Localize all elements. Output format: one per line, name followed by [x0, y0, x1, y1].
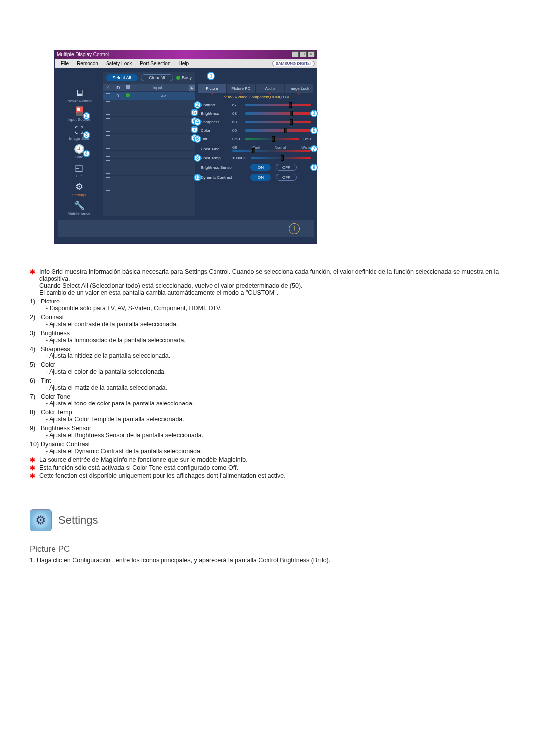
item-desc: - Ajusta el contraste de la pantalla sel… [41, 321, 505, 328]
item-desc: - Ajusta la luminosidad de la pantalla s… [41, 337, 505, 344]
slider-thumb[interactable] [290, 119, 293, 125]
checkbox[interactable] [106, 127, 110, 132]
color-slider[interactable] [245, 129, 311, 132]
brightness-slider[interactable] [245, 112, 311, 115]
sidebar-label: Image Size [59, 136, 99, 141]
callout-badge: 7 [310, 145, 318, 152]
grid-row[interactable] [103, 175, 195, 184]
tint-slider[interactable] [245, 138, 299, 140]
slider-thumb[interactable] [290, 111, 293, 116]
sidebar-item-image-size[interactable]: ⛶ Image Size 3 [59, 123, 99, 141]
grid-row[interactable]: 0AV [103, 91, 195, 100]
sidebar-item-power-control[interactable]: 🖥 Power Control [59, 86, 99, 103]
menu-file[interactable]: File [57, 61, 73, 66]
checkbox[interactable] [106, 93, 110, 98]
tab-audio[interactable]: Audio [256, 84, 285, 93]
color-tone-slider[interactable] [232, 150, 311, 152]
clear-all-button[interactable]: Clear All [141, 74, 173, 81]
scroll-up-icon[interactable]: ▲ [189, 85, 195, 91]
callout-badge: 1 [207, 72, 215, 80]
slider-thumb[interactable] [281, 155, 284, 161]
grid-row[interactable] [103, 150, 195, 158]
sidebar-item-pip[interactable]: ◰ PIP [59, 161, 99, 179]
checkbox[interactable] [106, 101, 110, 106]
tab-picture-pc[interactable]: Picture PC [227, 84, 256, 93]
checkbox[interactable] [106, 144, 110, 149]
busy-label: Busy [182, 75, 192, 80]
star-icon: ✱ [30, 268, 35, 276]
tab-image-lock[interactable]: Image Lock [285, 84, 314, 93]
slider-thumb[interactable] [289, 102, 292, 108]
sidebar-item-settings[interactable]: ⚙ Settings [59, 180, 99, 198]
item-number: 5) [30, 361, 41, 375]
item-desc: - Disponible sólo para TV, AV, S-Video, … [41, 305, 505, 312]
brightness-value: 68 [232, 111, 245, 116]
note-star: ✱ Info Grid muestra información básica n… [30, 268, 505, 296]
grid-row[interactable]: 5 [103, 108, 195, 116]
contrast-slider[interactable] [245, 104, 311, 106]
item-title: Color Tone [41, 393, 505, 400]
grid-row[interactable]: 7 [103, 125, 195, 133]
menu-port-selection[interactable]: Port Selection [136, 61, 174, 66]
slider-thumb[interactable] [284, 128, 287, 133]
checkbox[interactable] [106, 177, 110, 182]
color-temp-slider[interactable] [251, 157, 311, 159]
checkbox[interactable] [106, 152, 110, 157]
maximize-icon[interactable]: □ [300, 51, 307, 57]
chevron-down-icon [297, 93, 301, 95]
brightness-sensor-off-button[interactable]: OFF [276, 164, 297, 171]
sidebar-label: Power Control [59, 99, 99, 103]
checkbox[interactable] [106, 186, 110, 191]
note-text: Info Grid muestra información básica nec… [39, 268, 505, 282]
grid-header: ✓ ID Input ▲ [103, 84, 195, 91]
note-star: ✱Esta función sólo está activada si Colo… [30, 464, 505, 472]
select-all-button[interactable]: Select All [106, 74, 138, 81]
checkbox[interactable] [106, 135, 110, 140]
checkbox[interactable] [106, 160, 110, 165]
dynamic-contrast-off-button[interactable]: OFF [276, 174, 297, 181]
sharpness-slider[interactable] [245, 121, 311, 123]
checkbox[interactable] [106, 110, 110, 115]
contrast-value: 67 [232, 103, 245, 107]
grid-head-signal [123, 85, 133, 90]
sidebar-label: Time [59, 155, 99, 160]
checkbox[interactable] [106, 169, 110, 174]
sidebar-item-maintenance[interactable]: 🔧 Maintenance [59, 199, 99, 216]
panel-subheader: TV,AV,S-Video,Component,HDMI,DTV [198, 93, 314, 101]
sidebar-item-time[interactable]: 🕘 Time 4 [59, 142, 99, 160]
dynamic-contrast-on-button[interactable]: ON [250, 174, 271, 181]
grid-row[interactable] [103, 142, 195, 150]
brightness-sensor-on-button[interactable]: ON [250, 164, 271, 171]
menu-remocon[interactable]: Remocon [73, 61, 102, 66]
callout-badge: 2 [83, 112, 90, 120]
grid-row[interactable] [103, 184, 195, 192]
grid-row[interactable] [103, 100, 195, 108]
note-text: Cette fonction est disponible uniquement… [39, 472, 286, 479]
tab-label: Audio [265, 86, 275, 91]
grid-row[interactable]: 6 [103, 116, 195, 125]
app-window: Multiple Display Control _ □ × File Remo… [54, 50, 317, 244]
callout-badge: 8 [194, 154, 201, 162]
monitor-icon: 🖥 [71, 86, 88, 100]
grid-row[interactable] [103, 158, 195, 167]
slider-thumb[interactable] [272, 136, 275, 142]
tab-picture[interactable]: Picture [198, 84, 227, 93]
slider-thumb[interactable] [252, 148, 255, 153]
section-header: ⚙ Settings [30, 509, 505, 531]
sharpness-value: 68 [232, 120, 245, 124]
close-icon[interactable]: × [308, 51, 315, 57]
grid-row[interactable]: 8 [103, 133, 195, 142]
tab-label: Picture [206, 86, 218, 91]
sidebar-item-input-source[interactable]: 🎴 Input Source 2 [59, 104, 99, 122]
menu-safety-lock[interactable]: Safety Lock [102, 61, 136, 66]
color-row: Color 60 5 [201, 126, 311, 135]
menu-help[interactable]: Help [174, 61, 193, 66]
item-desc: - Ajusta el Brightness Sensor de la pant… [41, 432, 505, 439]
minimize-icon[interactable]: _ [292, 51, 299, 57]
color-label: Color [201, 128, 232, 133]
item-desc: - Ajusta la nitidez de la pantalla selec… [41, 353, 505, 359]
step-text: 1. Haga clic en Configuración , entre lo… [30, 557, 505, 564]
item-number: 2) [30, 314, 41, 328]
grid-row[interactable] [103, 167, 195, 175]
checkbox[interactable] [106, 118, 110, 123]
